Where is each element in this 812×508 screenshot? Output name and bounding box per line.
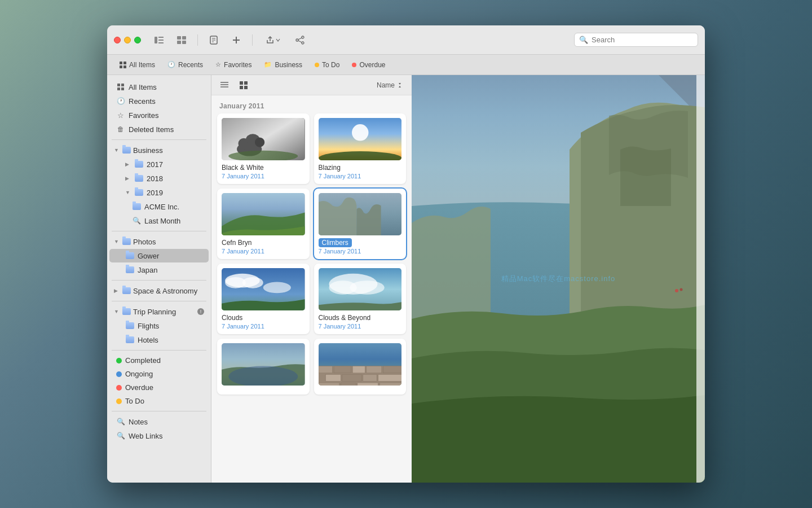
search-input[interactable] bbox=[592, 36, 693, 44]
grid-item-cefn-bryn[interactable]: Cefn Bryn 7 January 2011 bbox=[217, 189, 310, 259]
folder-icon-2018 bbox=[134, 174, 143, 183]
section-header: January 2011 bbox=[217, 100, 406, 113]
tab-overdue[interactable]: Overdue bbox=[346, 59, 391, 71]
sidebar-item-ongoing[interactable]: Ongoing bbox=[109, 367, 209, 380]
sidebar-item-overdue-status[interactable]: Overdue bbox=[109, 381, 209, 394]
trash-icon: 🗑 bbox=[116, 125, 125, 134]
svg-point-16 bbox=[296, 39, 298, 41]
weblinks-search-icon: 🔍 bbox=[116, 431, 125, 440]
trip-badge: ! bbox=[197, 308, 204, 315]
folder-icon-trip bbox=[122, 307, 131, 316]
grid-item-black-white[interactable]: Black & White 7 January 2011 bbox=[217, 113, 310, 184]
tab-business[interactable]: 📁 Business bbox=[258, 59, 308, 71]
svg-rect-61 bbox=[366, 366, 381, 373]
grid-item-7[interactable] bbox=[217, 339, 310, 395]
sidebar-item-deleted[interactable]: 🗑 Deleted Items bbox=[109, 122, 209, 136]
sidebar-item-2017[interactable]: ▶ 2017 bbox=[109, 157, 209, 171]
thumb-black-white bbox=[222, 118, 305, 160]
title-bar: 🔍 bbox=[107, 25, 705, 55]
sidebar-item-todo-status[interactable]: To Do bbox=[109, 395, 209, 408]
svg-point-48 bbox=[242, 277, 263, 288]
svg-point-38 bbox=[255, 137, 264, 147]
sidebar-item-completed[interactable]: Completed bbox=[109, 354, 209, 367]
grid-item-clouds[interactable]: Clouds 7 January 2011 bbox=[217, 264, 310, 334]
item-date-cefn-bryn: 7 January 2011 bbox=[222, 248, 305, 255]
year-2017-label: 2017 bbox=[147, 160, 163, 169]
tab-todo[interactable]: To Do bbox=[309, 59, 345, 71]
folder-icon-2019 bbox=[134, 188, 143, 197]
ongoing-dot bbox=[116, 371, 122, 377]
folder-icon-hotels bbox=[125, 335, 134, 344]
detail-panel: 精品Mac软件尽在macstore.info bbox=[412, 75, 705, 483]
sidebar-item-hotels[interactable]: Hotels bbox=[109, 333, 209, 347]
content-panel: Name January 2011 bbox=[211, 75, 412, 483]
sort-button[interactable]: Name bbox=[373, 80, 406, 90]
web-links-label: Web Links bbox=[129, 432, 162, 440]
sort-label: Name bbox=[377, 81, 395, 89]
svg-rect-58 bbox=[319, 366, 333, 373]
share-ext-button[interactable] bbox=[291, 32, 309, 48]
sidebar-group-photos[interactable]: ▼ Photos bbox=[109, 235, 209, 248]
grid-item-8[interactable] bbox=[314, 339, 407, 395]
overdue-status-label: Overdue bbox=[125, 383, 153, 392]
grid-view-button[interactable] bbox=[236, 79, 251, 91]
share-dropdown-button[interactable] bbox=[259, 32, 286, 48]
overdue-dot-status bbox=[116, 385, 122, 391]
list-view-button[interactable] bbox=[217, 79, 232, 91]
maximize-button[interactable] bbox=[134, 37, 141, 43]
svg-rect-22 bbox=[123, 65, 126, 68]
svg-point-49 bbox=[263, 282, 291, 294]
tab-business-label: Business bbox=[275, 61, 302, 69]
tab-recents-label: Recents bbox=[178, 61, 203, 69]
folder-icon: 📁 bbox=[264, 61, 272, 68]
svg-rect-64 bbox=[342, 374, 361, 381]
tab-recents[interactable]: 🕐 Recents bbox=[162, 59, 209, 71]
app-window: 🔍 All Items 🕐 Recents ☆ Favorites 📁 Busi… bbox=[107, 25, 705, 483]
sidebar-toggle-button[interactable] bbox=[150, 32, 168, 48]
thumb-clouds bbox=[222, 268, 305, 310]
separator-4 bbox=[112, 301, 206, 301]
grid-item-clouds-beyond[interactable]: Clouds & Beyond 7 January 2011 bbox=[314, 264, 407, 334]
disclosure-photos: ▼ bbox=[114, 239, 120, 244]
sidebar-item-all-items[interactable]: All Items bbox=[109, 80, 209, 94]
sidebar-item-2018[interactable]: ▶ 2018 bbox=[109, 172, 209, 185]
sidebar-item-last-month[interactable]: 🔍 Last Month bbox=[109, 214, 209, 227]
sidebar-item-2019[interactable]: ▼ 2019 bbox=[109, 186, 209, 199]
sidebar-item-gower[interactable]: Gower bbox=[109, 249, 209, 262]
add-button[interactable] bbox=[227, 32, 245, 48]
tab-all-items[interactable]: All Items bbox=[114, 59, 161, 71]
new-item-button[interactable] bbox=[205, 32, 223, 48]
recents-label: Recents bbox=[129, 97, 156, 106]
separator-6 bbox=[112, 411, 206, 411]
grid-icon bbox=[120, 62, 126, 68]
minimize-button[interactable] bbox=[124, 37, 131, 43]
sidebar-item-recents[interactable]: 🕐 Recents bbox=[109, 94, 209, 108]
sidebar-item-web-links[interactable]: 🔍 Web Links bbox=[109, 429, 209, 443]
todo-dot bbox=[315, 63, 319, 67]
disclosure-2017: ▶ bbox=[125, 161, 131, 167]
thumb-climbers bbox=[319, 193, 402, 235]
gower-label: Gower bbox=[138, 252, 159, 260]
thumb-blazing bbox=[319, 118, 402, 160]
sidebar-group-business[interactable]: ▼ Business bbox=[109, 143, 209, 157]
separator-2 bbox=[252, 34, 253, 46]
thumb-clouds-beyond bbox=[319, 268, 402, 310]
close-button[interactable] bbox=[114, 37, 121, 43]
tab-favorites[interactable]: ☆ Favorites bbox=[210, 59, 257, 71]
disclosure-2019: ▼ bbox=[125, 190, 131, 195]
sidebar-group-trip[interactable]: ▼ Trip Planning ! bbox=[109, 305, 209, 318]
tab-overdue-label: Overdue bbox=[359, 61, 385, 69]
folder-icon-japan bbox=[125, 265, 134, 274]
sidebar-item-acme[interactable]: ACME Inc. bbox=[109, 200, 209, 213]
grid-item-blazing[interactable]: Blazing 7 January 2011 bbox=[314, 113, 407, 184]
sidebar-item-flights[interactable]: Flights bbox=[109, 319, 209, 332]
folder-icon-flights bbox=[125, 321, 134, 330]
layout-toggle-button[interactable] bbox=[173, 32, 191, 48]
grid-item-climbers[interactable]: Climbers 7 January 2011 bbox=[314, 189, 407, 259]
folder-icon-acme bbox=[132, 202, 141, 211]
sidebar-group-space[interactable]: ▶ Space & Astronomy bbox=[109, 284, 209, 297]
last-month-label: Last Month bbox=[144, 217, 180, 225]
sidebar-item-japan[interactable]: Japan bbox=[109, 263, 209, 277]
sidebar-item-favorites[interactable]: ☆ Favorites bbox=[109, 108, 209, 122]
sidebar-item-notes[interactable]: 🔍 Notes bbox=[109, 415, 209, 428]
